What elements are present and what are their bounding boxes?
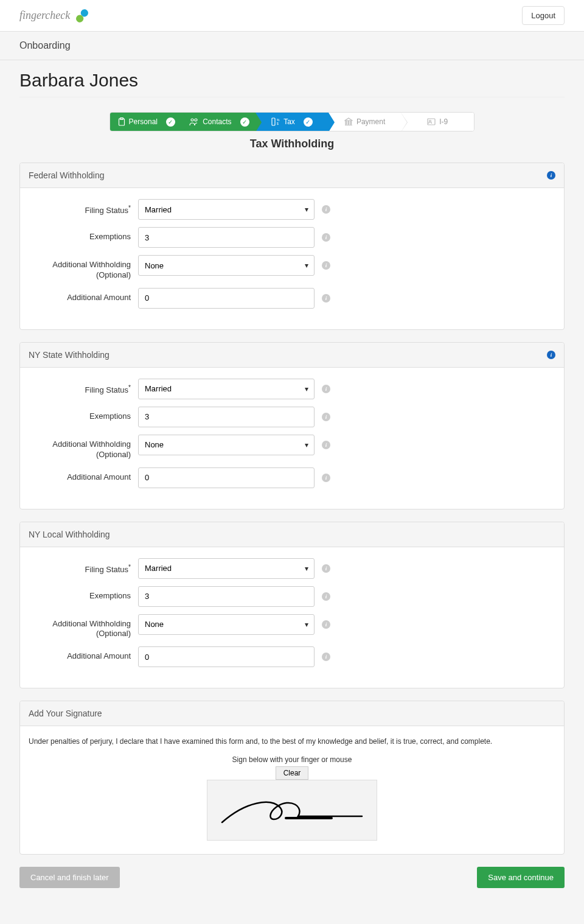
exemptions-label: Exemptions — [29, 227, 138, 242]
signature-declaration: Under penalties of perjury, I declare th… — [29, 737, 555, 746]
info-icon[interactable]: i — [322, 205, 330, 214]
federal-exemptions-input[interactable] — [138, 227, 315, 248]
svg-rect-8 — [348, 121, 349, 124]
info-icon[interactable]: i — [322, 620, 330, 629]
svg-text:$: $ — [277, 122, 279, 125]
local-additional-wh-select[interactable]: None — [138, 614, 315, 635]
step-payment[interactable]: Payment — [328, 113, 401, 131]
local-filing-status-select[interactable]: Married — [138, 558, 315, 579]
info-icon[interactable]: i — [322, 261, 330, 270]
local-exemptions-input[interactable] — [138, 586, 315, 607]
panel-title: NY Local Withholding — [29, 530, 110, 539]
state-additional-amount-input[interactable] — [138, 467, 315, 488]
svg-point-3 — [195, 119, 197, 121]
svg-rect-7 — [346, 121, 347, 124]
page-title: Barbara Jones — [19, 70, 565, 97]
subheader: Onboarding — [0, 32, 584, 60]
additional-withholding-label: Additional Withholding (Optional) — [29, 435, 138, 460]
state-filing-status-select[interactable]: Married — [138, 379, 315, 399]
step-personal[interactable]: Personal ✓ — [110, 113, 183, 131]
check-icon: ✓ — [240, 117, 249, 127]
app-header: fingercheck Logout — [0, 0, 584, 32]
federal-withholding-panel: Federal Withholding i Filing Status* Mar… — [19, 163, 565, 330]
step-contacts[interactable]: Contacts ✓ — [183, 113, 256, 131]
additional-amount-label: Additional Amount — [29, 467, 138, 483]
page-title-row: Barbara Jones — [0, 60, 584, 103]
tax-icon: %$ — [271, 117, 280, 126]
bank-icon — [344, 117, 353, 126]
signature-panel: Add Your Signature Under penalties of pe… — [19, 701, 565, 855]
local-additional-amount-input[interactable] — [138, 646, 315, 667]
filing-status-label: Filing Status* — [29, 379, 138, 396]
footer-actions: Cancel and finish later Save and continu… — [19, 867, 565, 888]
step-label: Payment — [356, 117, 385, 126]
step-label: Tax — [283, 117, 295, 126]
info-icon[interactable]: i — [322, 474, 330, 482]
info-icon[interactable]: i — [322, 592, 330, 601]
exemptions-label: Exemptions — [29, 586, 138, 601]
info-icon[interactable]: i — [322, 564, 330, 573]
federal-additional-wh-select[interactable]: None — [138, 255, 315, 276]
check-icon: ✓ — [166, 117, 175, 127]
onboarding-stepper: Personal ✓ Contacts ✓ %$ Tax ✓ Payment — [109, 112, 474, 131]
additional-withholding-label: Additional Withholding (Optional) — [29, 255, 138, 281]
state-withholding-panel: NY State Withholding i Filing Status* Ma… — [19, 342, 565, 509]
info-icon[interactable]: i — [322, 294, 330, 303]
signature-pad[interactable] — [207, 780, 377, 841]
step-label: Personal — [129, 117, 158, 126]
info-icon[interactable]: i — [322, 441, 330, 449]
info-icon[interactable]: i — [322, 653, 330, 661]
filing-status-label: Filing Status* — [29, 199, 138, 216]
svg-rect-4 — [272, 118, 275, 125]
additional-amount-label: Additional Amount — [29, 646, 138, 662]
svg-rect-11 — [428, 119, 435, 125]
svg-point-2 — [191, 119, 193, 121]
federal-filing-status-select[interactable]: Married — [138, 199, 315, 220]
additional-withholding-label: Additional Withholding (Optional) — [29, 614, 138, 640]
step-i9[interactable]: I-9 — [401, 113, 474, 131]
signature-clear-button[interactable]: Clear — [276, 766, 309, 780]
brand-mark-icon — [74, 7, 91, 24]
info-icon[interactable]: i — [322, 413, 330, 421]
state-additional-wh-select[interactable]: None — [138, 435, 315, 455]
federal-additional-amount-input[interactable] — [138, 288, 315, 309]
brand-logo: fingercheck — [19, 7, 91, 24]
panel-title: NY State Withholding — [29, 350, 109, 360]
panel-title: Federal Withholding — [29, 170, 105, 180]
id-icon — [427, 117, 436, 126]
info-icon[interactable]: i — [547, 351, 555, 359]
save-continue-button[interactable]: Save and continue — [477, 867, 565, 888]
people-icon — [189, 117, 199, 126]
info-icon[interactable]: i — [547, 171, 555, 180]
cancel-button[interactable]: Cancel and finish later — [19, 867, 120, 888]
brand-text: fingercheck — [19, 9, 70, 22]
logout-button[interactable]: Logout — [522, 6, 565, 25]
local-withholding-panel: NY Local Withholding Filing Status* Marr… — [19, 522, 565, 689]
exemptions-label: Exemptions — [29, 407, 138, 422]
step-label: Contacts — [203, 117, 231, 126]
section-title: Tax Withholding — [19, 138, 565, 150]
check-icon: ✓ — [304, 117, 313, 127]
step-label: I-9 — [439, 117, 448, 126]
panel-title: Add Your Signature — [29, 709, 102, 718]
additional-amount-label: Additional Amount — [29, 288, 138, 303]
info-icon[interactable]: i — [322, 233, 330, 242]
info-icon[interactable]: i — [322, 385, 330, 393]
step-tax[interactable]: %$ Tax ✓ — [255, 113, 328, 131]
subheader-title: Onboarding — [19, 40, 71, 51]
svg-rect-9 — [350, 121, 352, 124]
filing-status-label: Filing Status* — [29, 558, 138, 575]
signature-instruction: Sign below with your finger or mouse — [29, 755, 555, 764]
clipboard-icon — [118, 117, 125, 126]
state-exemptions-input[interactable] — [138, 407, 315, 427]
